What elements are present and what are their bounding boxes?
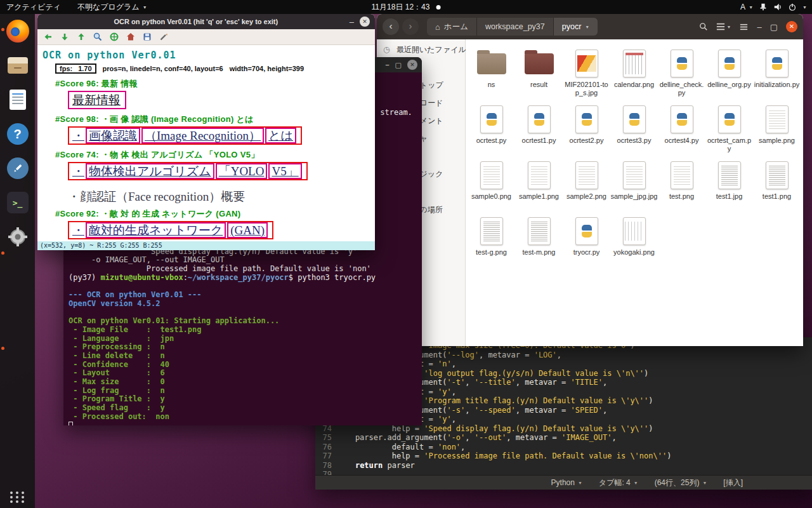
- file-item[interactable]: delline_org.py: [705, 47, 753, 103]
- file-item[interactable]: sample2.png: [563, 159, 610, 215]
- file-item[interactable]: yokogaki.png: [610, 215, 658, 271]
- file-item[interactable]: ocrtest2.py: [563, 103, 610, 159]
- file-item[interactable]: sample.png: [753, 103, 801, 159]
- file-item[interactable]: initialization.py: [753, 47, 801, 103]
- clock[interactable]: 11月18日 12：43: [372, 2, 430, 13]
- terminal-launcher[interactable]: >_: [6, 190, 30, 215]
- file-item[interactable]: tryocr.py: [563, 215, 610, 271]
- ocr-titlebar[interactable]: OCR on python Ver0.01 (hit 'q' or 'esc' …: [37, 14, 375, 29]
- chevron-down-icon: ▼: [634, 481, 638, 485]
- maximize-button[interactable]: ▢: [395, 61, 402, 69]
- file-item[interactable]: sample1.png: [515, 159, 563, 215]
- show-applications-button[interactable]: [10, 491, 25, 503]
- menu-button[interactable]: [739, 22, 749, 32]
- terminal-text: - Confidence : 40: [69, 360, 169, 369]
- home-icon[interactable]: [126, 32, 136, 42]
- file-item[interactable]: sample_jpg.jpg: [610, 159, 658, 215]
- running-indicator: [1, 28, 4, 31]
- firefox-launcher[interactable]: [6, 19, 30, 43]
- input-method-indicator[interactable]: A ▼: [740, 3, 753, 11]
- code-token: help =: [337, 451, 424, 460]
- python-file-icon: [528, 104, 551, 135]
- minimize-button[interactable]: –: [350, 17, 354, 27]
- terminal-line: [69, 283, 422, 291]
- file-item[interactable]: result: [515, 47, 563, 103]
- back-arrow-icon[interactable]: [43, 32, 53, 42]
- code-token: ,: [603, 378, 607, 387]
- python-file-icon: [575, 217, 598, 245]
- running-indicator: [1, 347, 4, 350]
- thumbnail: [577, 55, 596, 72]
- file-item[interactable]: test.png: [658, 159, 705, 215]
- home-icon: ⌂: [435, 22, 440, 32]
- python-file-icon: [480, 104, 503, 135]
- minimize-button[interactable]: –: [757, 22, 761, 32]
- adjust-icon[interactable]: [159, 32, 169, 42]
- chevron-down-icon[interactable]: ▼: [802, 5, 807, 10]
- maximize-button[interactable]: ▢: [770, 22, 778, 32]
- cursor-position[interactable]: (64行、25列) ▼: [655, 478, 707, 488]
- minimize-button[interactable]: –: [385, 61, 389, 69]
- file-item[interactable]: ocrtest4.py: [658, 103, 705, 159]
- python-file-icon: [623, 104, 646, 135]
- file-item[interactable]: ocrtest3.py: [610, 103, 658, 159]
- back-button[interactable]: ‹: [383, 18, 399, 35]
- down-arrow-icon[interactable]: [60, 32, 70, 42]
- help-launcher[interactable]: ?: [6, 122, 30, 146]
- breadcrumb-item[interactable]: ⌂ホーム: [427, 18, 477, 36]
- text-editor-launcher[interactable]: [6, 156, 30, 180]
- code-token: ,: [465, 406, 474, 415]
- search-button[interactable]: [699, 22, 708, 31]
- files-headerbar[interactable]: ‹ › ⌂ホームworkspace_py37pyocr▼ ▼ – ▢ ✕: [377, 14, 803, 39]
- file-item[interactable]: MIF202101-top_s.jpg: [563, 47, 610, 103]
- app-menu[interactable]: 不明なプログラム ▼: [77, 2, 147, 13]
- settings-launcher[interactable]: [6, 225, 30, 249]
- file-item[interactable]: ocrtest1.py: [515, 103, 563, 159]
- file-item[interactable]: ocrtest.py: [468, 103, 515, 159]
- terminal-line: - Preprocessing : n: [69, 343, 422, 352]
- close-button[interactable]: ✕: [360, 17, 370, 27]
- pan-icon[interactable]: [109, 32, 119, 42]
- file-item[interactable]: delline_check.py: [658, 47, 705, 103]
- tab-width-selector[interactable]: タブ幅: 4 ▼: [599, 478, 638, 488]
- file-item[interactable]: calendar.png: [610, 47, 658, 103]
- file-item[interactable]: sample0.png: [468, 159, 515, 215]
- zoom-icon[interactable]: [93, 32, 103, 42]
- network-icon[interactable]: [759, 3, 768, 11]
- document-launcher[interactable]: [6, 88, 30, 112]
- save-icon[interactable]: [142, 32, 152, 42]
- image-file-icon: [575, 50, 598, 77]
- ocr-params: pros=n, linedel=n, conf=40, layout=6: [103, 65, 223, 72]
- ocr-heading: OCR on python Ver0.01: [43, 50, 370, 61]
- file-item[interactable]: test-m.png: [515, 215, 563, 271]
- language-selector[interactable]: Python ▼: [551, 478, 582, 487]
- up-arrow-icon[interactable]: [76, 32, 86, 42]
- file-item[interactable]: test-g.png: [468, 215, 515, 271]
- sidebar-item-clock[interactable]: ◷最近開いたファイル: [377, 41, 465, 58]
- ocr-word: ・顔認証（Face recognition）概要: [68, 190, 245, 203]
- file-item[interactable]: ocrtest_cam.py: [705, 103, 753, 159]
- insert-mode-indicator[interactable]: [挿入]: [723, 478, 743, 488]
- code-token: ,: [557, 351, 561, 359]
- forward-button[interactable]: ›: [402, 18, 419, 35]
- image-file-icon: [623, 217, 646, 245]
- ocr-canvas[interactable]: OCR on python Ver0.01 fps: 1.70 pros=n, …: [37, 46, 375, 241]
- activities-button[interactable]: アクティビティ: [6, 2, 61, 13]
- code-text: parser.add_argument('-o', '--out', metav…: [337, 433, 617, 443]
- breadcrumb-item[interactable]: pyocr▼: [554, 18, 598, 36]
- volume-icon[interactable]: [773, 3, 782, 11]
- close-button[interactable]: ✕: [407, 60, 417, 70]
- power-icon[interactable]: [788, 3, 797, 11]
- file-item[interactable]: test1.png: [753, 159, 801, 215]
- breadcrumb-item[interactable]: workspace_py37: [477, 18, 554, 36]
- code-line: 76 default = 'non',: [318, 443, 812, 452]
- file-item[interactable]: ns: [468, 47, 515, 103]
- ocr-window: OCR on python Ver0.01 (hit 'q' or 'esc' …: [37, 14, 375, 250]
- close-button[interactable]: ✕: [786, 21, 797, 32]
- terminal-line: - Max size : 0: [69, 378, 422, 387]
- files-launcher[interactable]: [6, 53, 30, 77]
- code-token: ): [667, 451, 671, 460]
- file-item[interactable]: test1.jpg: [705, 159, 753, 215]
- terminal-line: Processed image file path. Default value…: [69, 265, 422, 274]
- view-toggle-button[interactable]: ▼: [716, 22, 731, 31]
